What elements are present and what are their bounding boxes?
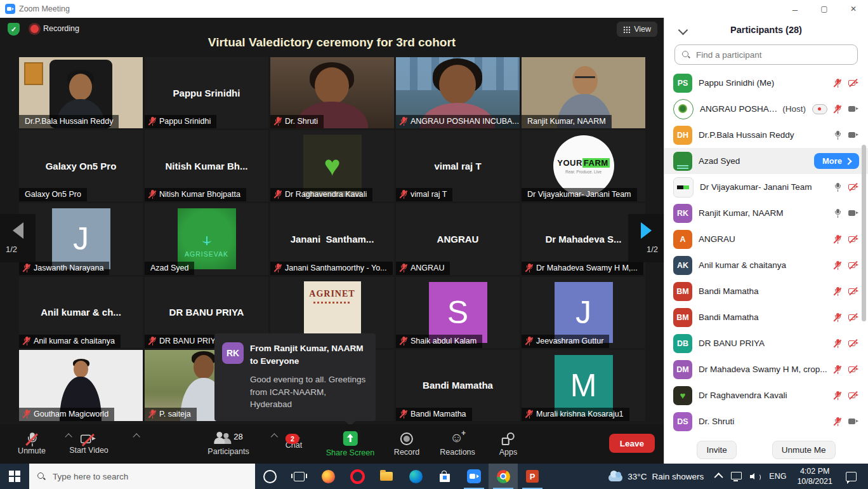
windows-logo-icon <box>9 471 14 476</box>
unmute-button[interactable]: Unmute <box>18 424 46 464</box>
reactions-button[interactable]: Reactions <box>440 424 475 464</box>
video-tile[interactable]: Anil kumar & ch... Anil kumar & chaitany… <box>19 277 143 348</box>
video-tile[interactable]: YOURFARM Rear. Produce. Live Dr Vijayaku… <box>522 130 645 201</box>
security-shield-icon[interactable] <box>8 23 20 36</box>
zoom-taskbar-button[interactable] <box>459 464 489 489</box>
reactions-smiley-icon <box>450 431 465 445</box>
video-tile[interactable]: Dr.P.Bala Hussain Reddy <box>19 57 143 128</box>
previous-page-button[interactable]: 1/2 <box>0 214 36 262</box>
unmute-me-button[interactable]: Unmute Me <box>772 441 836 459</box>
mic-muted-icon <box>834 287 841 296</box>
weather-widget[interactable]: 33°C Rain showers <box>602 472 710 481</box>
chat-button[interactable]: 2 Chat <box>286 424 302 464</box>
video-tile[interactable]: Nitish Kumar Bh... Nitish Kumar Bhojpatt… <box>145 130 268 201</box>
next-page-button[interactable]: 1/2 <box>628 214 664 262</box>
task-view-button[interactable] <box>284 464 313 489</box>
participants-button[interactable]: 28 Participants <box>207 424 249 464</box>
video-tile[interactable]: AGRISEVAK Azad Syed <box>145 203 268 274</box>
tray-expand-chevron[interactable] <box>714 472 723 481</box>
video-tile[interactable]: vimal raj T vimal raj T <box>396 130 520 201</box>
video-tile[interactable]: M Murali krishna Kosaraju1 <box>522 350 645 421</box>
invite-button[interactable]: Invite <box>697 441 736 459</box>
video-tile[interactable]: Dr. Shruti <box>270 57 394 128</box>
microsoft-store-button[interactable] <box>430 464 459 489</box>
participant-row[interactable]: RK Ranjit Kumar, NAARM <box>664 200 868 226</box>
video-tile[interactable]: Pappu Srinidhi Pappu Srinidhi <box>145 57 268 128</box>
chat-notification-popup[interactable]: RK From Ranjit Kumar, NAARMto Everyone G… <box>214 333 376 421</box>
powerpoint-taskbar-button[interactable]: P <box>518 464 547 489</box>
close-button[interactable] <box>839 0 868 18</box>
video-tile[interactable]: Dr Mahadeva S... Dr Mahadeva Swamy H M,.… <box>522 203 645 274</box>
video-tile[interactable]: Galaxy On5 Pro Galaxy On5 Pro <box>19 130 143 201</box>
participant-row[interactable]: DM Dr Mahadeva Swamy H M, crop... <box>664 356 868 382</box>
mic-muted-icon <box>834 79 841 88</box>
minimize-button[interactable] <box>780 0 810 18</box>
file-explorer-button[interactable] <box>372 464 401 489</box>
mic-on-icon <box>834 209 841 218</box>
speaker-icon[interactable] <box>750 472 761 481</box>
cortana-button[interactable] <box>255 464 284 489</box>
apps-button[interactable]: Apps <box>499 424 518 464</box>
camera-on-icon <box>848 131 859 139</box>
share-screen-button[interactable]: Share Screen <box>326 424 374 464</box>
panel-scrollbar[interactable] <box>862 145 866 321</box>
chevron-right-icon <box>641 222 652 239</box>
video-tile[interactable]: Goutham Magicworld <box>19 350 143 421</box>
video-tile[interactable]: Janani Santham... Janani Santhamoorthy -… <box>270 203 394 274</box>
find-participant-input[interactable] <box>695 50 851 60</box>
start-video-button[interactable]: Start Video <box>69 424 109 464</box>
participants-list: PS Pappu Srinidhi (Me) ANGRAU POSHAN I..… <box>664 70 868 434</box>
participants-options-chevron[interactable] <box>271 433 278 440</box>
participant-row[interactable]: A ANGRAU <box>664 226 868 252</box>
action-center-icon[interactable] <box>846 472 857 481</box>
video-tile[interactable]: Bandi Mamatha Bandi Mamatha <box>396 350 520 421</box>
find-participant-box <box>674 44 858 65</box>
participant-row[interactable]: ANGRAU POSHAN I... (Host) <box>664 96 868 122</box>
participant-row[interactable]: PS Pappu Srinidhi (Me) <box>664 70 868 96</box>
store-icon <box>440 474 450 482</box>
participant-row[interactable]: Dr Vijayakumar- Janani Team <box>664 174 868 200</box>
opera-button[interactable] <box>343 464 372 489</box>
gallery-grid-icon <box>623 26 630 33</box>
participant-row[interactable]: DB DR BANU PRIYA <box>664 330 868 356</box>
video-tile[interactable]: Dr Raghavendra Kavali <box>270 130 394 201</box>
mic-muted-icon <box>834 105 841 114</box>
mic-on-icon <box>834 183 841 192</box>
clock[interactable]: 4:02 PM 10/8/2021 <box>794 466 835 487</box>
mic-muted-icon <box>834 339 841 348</box>
chat-badge: 2 <box>286 434 299 444</box>
video-options-chevron[interactable] <box>133 433 140 440</box>
more-button[interactable]: More <box>814 153 859 169</box>
mic-muted-icon <box>834 235 841 244</box>
chevron-down-icon[interactable] <box>678 25 688 36</box>
video-tile[interactable]: Ranjit Kumar, NAARM <box>522 57 645 128</box>
firefox-button[interactable] <box>313 464 343 489</box>
edge-button[interactable] <box>401 464 430 489</box>
record-button[interactable]: Record <box>394 424 419 464</box>
taskbar-search-input[interactable] <box>51 471 247 482</box>
start-button[interactable] <box>0 464 29 489</box>
chrome-taskbar-button[interactable] <box>489 464 518 489</box>
view-button[interactable]: View <box>617 22 657 37</box>
participant-row[interactable]: DH Dr.P.Bala Hussain Reddy <box>664 122 868 148</box>
video-tile[interactable]: J Jeevashram Guttur <box>522 277 645 348</box>
participant-row[interactable]: DS Dr. Shruti <box>664 408 868 434</box>
camera-on-icon <box>848 210 859 217</box>
camera-off-icon <box>848 262 859 269</box>
maximize-button[interactable] <box>810 0 839 18</box>
participant-row[interactable]: BM Bandi Mamatha <box>664 278 868 304</box>
avatar <box>673 99 694 119</box>
network-icon[interactable] <box>731 472 742 479</box>
leave-button[interactable]: Leave <box>609 434 655 453</box>
video-tile[interactable]: S Shaik abdul Kalam <box>396 277 520 348</box>
participant-row[interactable]: AK Anil kumar & chaitanya <box>664 252 868 278</box>
video-tile[interactable]: J Jaswanth Narayana <box>19 203 143 274</box>
participant-row[interactable]: BM Bandi Mamatha <box>664 304 868 330</box>
participant-row[interactable]: Azad Syed More <box>664 148 868 174</box>
avatar: J <box>52 208 110 269</box>
video-tile[interactable]: ANGRAU POSHAN INCUBA... <box>396 57 520 128</box>
cloud-recording-icon <box>812 104 827 114</box>
participant-row[interactable]: Dr Raghavendra Kavali <box>664 382 868 408</box>
video-tile[interactable]: ANGRAU ANGRAU <box>396 203 520 274</box>
language-indicator[interactable]: ENG <box>769 472 786 481</box>
